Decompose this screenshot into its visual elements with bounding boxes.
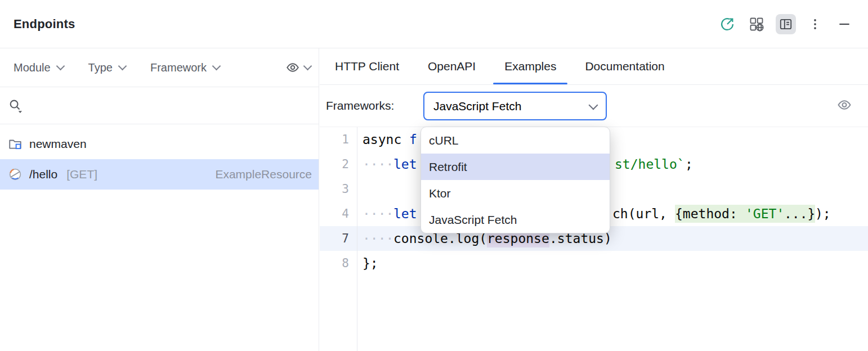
code-segment: async [363,130,409,148]
code-segment: ch(url, [612,205,675,223]
chevron-down-icon [212,61,221,70]
code-segment: ···· [363,230,393,248]
more-options-icon[interactable] [805,14,825,34]
endpoints-tool-window: Endpoints [0,0,868,351]
url-mappings-icon[interactable] [746,14,767,34]
framework-filter-label: Framework [150,61,207,74]
endpoint-details-tabs: HTTP Client OpenAPI Examples Documentati… [320,48,868,85]
code-segment: }; [363,254,378,272]
eye-icon [836,97,852,113]
tab-documentation[interactable]: Documentation [574,48,675,84]
module-filter-dropdown[interactable]: Module [14,61,64,74]
code-segment: 'GET' [745,205,784,223]
dropdown-item-javascript-fetch[interactable]: JavaScript Fetch [421,206,610,233]
code-segment: f [409,130,417,148]
line-number: 2 [320,152,349,177]
view-options-button[interactable] [285,60,311,75]
minimize-icon[interactable] [834,14,854,34]
frameworks-toolbar: Frameworks: JavaScript Fetch [320,85,868,127]
chevron-down-icon [589,100,598,110]
chevron-down-icon [56,61,65,70]
search-field[interactable] [0,87,319,124]
chevron-down-icon [303,61,312,70]
eye-icon [285,60,300,75]
dropdown-item-ktor[interactable]: Ktor [421,180,610,206]
code-segment: ···· [363,205,393,223]
module-name: newmaven [29,137,87,151]
tool-window-header: Endpoints [0,0,868,48]
code-segment: {method: [675,205,745,223]
code-segment: let [393,155,417,173]
code-segment: st/hello` [615,155,685,173]
tab-http-client[interactable]: HTTP Client [324,48,410,84]
module-filter-label: Module [14,61,51,74]
search-icon [8,98,24,114]
code-line[interactable]: 8}; [320,251,868,276]
code-segment: ); [815,205,831,223]
frameworks-dropdown-popup: cURL Retrofit Ktor JavaScript Fetch [420,127,610,233]
tree-item-module-newmaven[interactable]: newmaven [0,129,319,159]
framework-filter-dropdown[interactable]: Framework [150,61,220,74]
endpoints-list-panel: Module Type Framework [0,48,319,351]
filter-toolbar: Module Type Framework [0,48,319,87]
code-segment: ···· [363,155,393,173]
tab-openapi[interactable]: OpenAPI [417,48,487,84]
chevron-down-icon [118,61,127,70]
code-segment: ; [685,155,693,173]
combobox-value: JavaScript Fetch [433,100,521,113]
tab-examples[interactable]: Examples [493,48,567,84]
code-segment: ...} [784,205,815,223]
dropdown-item-curl[interactable]: cURL [421,127,610,154]
endpoints-tree: newmaven /hello [GET] ExampleResource [0,124,319,190]
line-number: 7 [320,226,349,251]
code-segment: let [393,205,417,223]
dropdown-item-retrofit[interactable]: Retrofit [421,154,610,180]
resource-class-label: ExampleResource [215,168,312,181]
preview-visibility-button[interactable] [836,97,852,115]
frameworks-combobox[interactable]: JavaScript Fetch [423,92,607,120]
type-filter-label: Type [88,61,113,74]
endpoint-path: /hello [29,168,57,181]
window-title: Endpoints [14,17,75,32]
tree-item-endpoint-hello[interactable]: /hello [GET] ExampleResource [0,159,319,190]
line-number: 3 [320,177,349,201]
http-method-badge: [GET] [66,168,97,181]
module-folder-icon [8,137,23,151]
endpoint-icon [8,167,23,182]
line-number: 1 [320,127,349,152]
frameworks-label: Frameworks: [326,85,394,126]
line-number: 8 [320,251,349,276]
header-actions [717,14,854,34]
endpoints-gauge-icon[interactable] [717,14,737,34]
type-filter-dropdown[interactable]: Type [88,61,126,74]
line-number: 4 [320,201,349,226]
preview-layout-icon[interactable] [776,14,796,34]
